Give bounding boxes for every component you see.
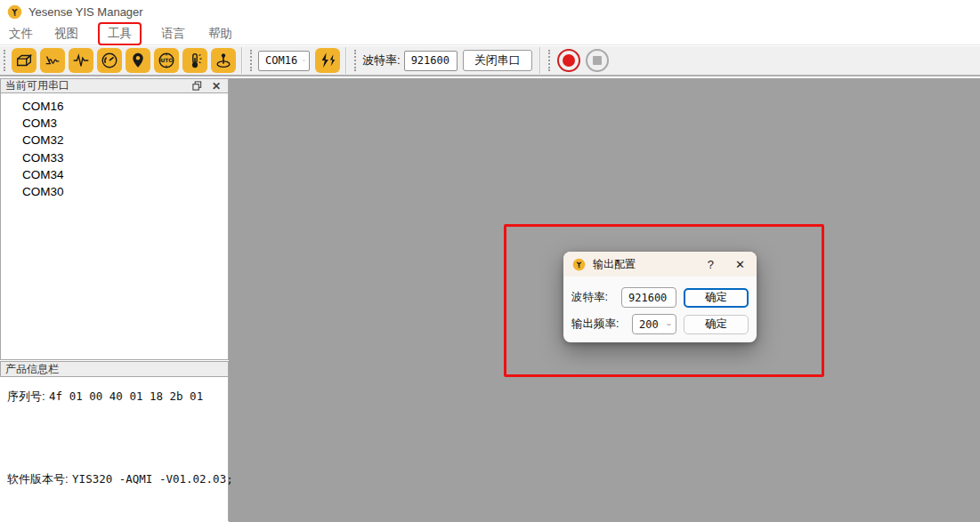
dialog-help-button[interactable]: ?	[702, 258, 719, 271]
chevron-down-icon	[450, 58, 455, 63]
ports-panel-title: 当前可用串口	[5, 78, 190, 93]
port-list-item[interactable]: COM32	[1, 132, 228, 149]
svg-text:UTC: UTC	[160, 57, 172, 63]
serial-number-line: 序列号: 4f 01 00 40 01 18 2b 01	[7, 388, 228, 405]
chevron-down-icon	[662, 322, 671, 327]
record-button[interactable]	[557, 49, 580, 72]
utc-clock-button[interactable]: UTC	[154, 48, 179, 73]
chevron-down-icon	[667, 295, 671, 301]
com-port-select[interactable]: COM16	[258, 51, 310, 71]
close-panel-icon[interactable]: ✕	[209, 80, 223, 92]
location-pin-button[interactable]	[126, 48, 150, 73]
thermometer-button[interactable]	[182, 48, 207, 73]
float-panel-icon[interactable]	[190, 80, 204, 92]
ports-panel-header: 当前可用串口 ✕	[0, 78, 229, 93]
dialog-frequency-select[interactable]: 200	[632, 314, 676, 334]
dialog-frequency-ok-button[interactable]: 确定	[684, 315, 749, 334]
close-serial-button[interactable]: 关闭串口	[463, 50, 532, 71]
dialog-frequency-label: 输出频率:	[571, 317, 619, 332]
dialog-close-button[interactable]: ✕	[732, 258, 749, 271]
dialog-baud-ok-button[interactable]: 确定	[684, 288, 749, 308]
port-list: COM16 COM3 COM32 COM33 COM34 COM30	[0, 93, 229, 360]
angle-waveform-icon	[43, 51, 62, 70]
refresh-ports-button[interactable]	[315, 48, 340, 73]
chevron-down-icon	[297, 58, 305, 63]
toolbar-grip[interactable]	[4, 50, 5, 71]
software-version-label: 软件版本号:	[7, 472, 69, 486]
info-panel-header: 产品信息栏	[0, 361, 229, 377]
location-pin-icon	[128, 51, 148, 70]
port-list-item[interactable]: COM33	[1, 149, 228, 166]
toolbar-separator	[539, 47, 541, 74]
dialog-body: 波特率: 921600 确定 输出频率: 200 确定	[563, 277, 757, 334]
pulse-waveform-button[interactable]	[69, 48, 93, 73]
dialog-baud-select[interactable]: 921600	[621, 287, 676, 308]
port-list-item[interactable]: COM34	[1, 166, 228, 183]
software-version-value: YIS320 -AQMI -V01.02.03;	[72, 472, 233, 486]
menu-item-view[interactable]: 视图	[49, 24, 84, 44]
menu-bar: 文件 视图 工具 语言 帮助	[0, 23, 980, 45]
output-config-dialog: 输出配置 ? ✕ 波特率: 921600 确定 输出频率: 200 确定	[563, 252, 757, 342]
serial-ports-dock: 当前可用串口 ✕ COM16 COM3 COM32 COM33 COM34 CO…	[0, 78, 229, 522]
dialog-frequency-value: 200	[639, 318, 659, 331]
utc-clock-icon: UTC	[157, 51, 176, 70]
dialog-baud-row: 波特率: 921600 确定	[571, 287, 749, 308]
baud-rate-select[interactable]: 921600	[404, 51, 458, 71]
toolbar-separator	[345, 47, 347, 74]
title-bar: Yesense YIS Manager	[0, 0, 980, 23]
toolbar-separator	[241, 47, 243, 74]
menu-item-tools[interactable]: 工具	[98, 22, 142, 45]
attitude-pin-icon	[214, 51, 233, 70]
stop-button[interactable]	[586, 49, 609, 72]
menu-item-file[interactable]: 文件	[4, 24, 38, 44]
stop-square-icon	[593, 56, 602, 65]
menu-item-help[interactable]: 帮助	[203, 24, 238, 44]
info-panel-body: 序列号: 4f 01 00 40 01 18 2b 01 软件版本号: YIS3…	[0, 377, 229, 521]
gauge-icon	[100, 51, 119, 70]
dialog-frequency-row: 输出频率: 200 确定	[571, 314, 749, 334]
gauge-button[interactable]	[97, 48, 122, 73]
cube-3d-button[interactable]	[12, 48, 36, 73]
dialog-title-bar: 输出配置 ? ✕	[563, 252, 757, 277]
serial-number-label: 序列号:	[7, 389, 45, 403]
thermometer-icon	[185, 51, 205, 70]
record-dot-icon	[563, 54, 575, 67]
dialog-baud-label: 波特率:	[571, 290, 608, 305]
refresh-lightning-icon	[318, 51, 337, 70]
com-port-value: COM16	[265, 54, 297, 67]
dialog-title: 输出配置	[593, 257, 702, 272]
window-title: Yesense YIS Manager	[28, 5, 143, 19]
baud-rate-value: 921600	[411, 54, 450, 67]
pulse-waveform-icon	[71, 51, 91, 70]
info-panel-title: 产品信息栏	[5, 362, 59, 377]
port-list-item[interactable]: COM16	[1, 98, 228, 115]
menu-item-language[interactable]: 语言	[156, 24, 190, 44]
toolbar-grip[interactable]	[354, 50, 356, 71]
attitude-pin-button[interactable]	[211, 48, 236, 73]
app-logo-icon	[7, 4, 22, 20]
port-list-item[interactable]: COM3	[1, 115, 228, 132]
cube-3d-icon	[14, 51, 34, 70]
software-version-line: 软件版本号: YIS320 -AQMI -V01.02.03;	[7, 470, 228, 487]
port-list-item[interactable]: COM30	[1, 183, 228, 200]
serial-number-value: 4f 01 00 40 01 18 2b 01	[49, 389, 203, 403]
dialog-logo-icon	[572, 258, 586, 271]
toolbar-grip[interactable]	[548, 50, 550, 71]
toolbar: UTC COM16 波特率: 921600 关闭串口	[0, 46, 980, 76]
angle-waveform-button[interactable]	[40, 48, 65, 73]
baud-rate-label: 波特率:	[362, 52, 401, 68]
dialog-baud-value: 921600	[628, 292, 667, 304]
toolbar-grip[interactable]	[250, 50, 252, 71]
